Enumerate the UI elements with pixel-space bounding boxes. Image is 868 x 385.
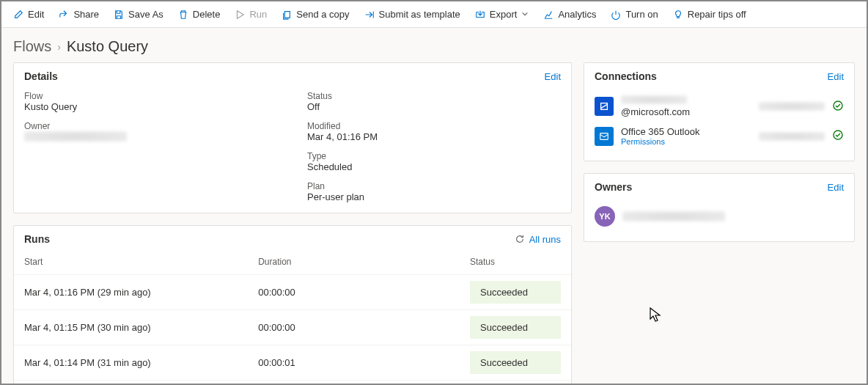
owner-name-redacted (622, 211, 725, 221)
runs-table: StartDurationStatus Mar 4, 01:16 PM (29 … (14, 249, 571, 385)
details-edit-link[interactable]: Edit (545, 71, 561, 82)
run-duration: 00:00:00 (248, 275, 460, 310)
toolbar-turnon-button[interactable]: Turn on (605, 6, 663, 23)
toolbar-repair-button[interactable]: Repair tips off (667, 6, 752, 23)
connection-name: @microsoft.com (621, 95, 751, 117)
chevron-right-icon: › (57, 41, 61, 53)
run-status: Succeeded (470, 351, 561, 374)
submit-icon (364, 10, 375, 20)
table-row[interactable]: Mar 4, 01:16 PM (29 min ago)00:00:00Succ… (14, 275, 571, 310)
toolbar-analytics-label: Analytics (558, 9, 596, 20)
connection-account-redacted (759, 102, 825, 111)
runs-col-duration[interactable]: Duration (248, 249, 460, 275)
flow-value: Kusto Query (24, 101, 278, 112)
share-icon (59, 10, 69, 20)
table-row[interactable]: Mar 4, 01:15 PM (30 min ago)00:00:00Succ… (14, 310, 571, 345)
connection-account-redacted (759, 132, 825, 141)
all-runs-link[interactable]: All runs (515, 234, 561, 245)
run-status: Succeeded (470, 316, 561, 339)
table-row[interactable]: Mar 4, 01:13 PM (32 min ago)00:00:00Fail… (14, 381, 571, 386)
toolbar-edit-button[interactable]: Edit (7, 6, 50, 23)
copy-icon (282, 10, 292, 20)
type-value: Scheduled (307, 161, 561, 172)
run-icon (235, 10, 245, 20)
svg-point-3 (834, 131, 842, 139)
modified-label: Modified (307, 121, 561, 131)
plan-value: Per-user plan (307, 191, 561, 202)
breadcrumb-root[interactable]: Flows (13, 38, 51, 55)
command-bar: EditShareSave AsDeleteRunSend a copySubm… (1, 1, 867, 28)
type-label: Type (307, 151, 561, 161)
run-start: Mar 4, 01:13 PM (32 min ago) (14, 381, 248, 386)
connection-name: Office 365 Outlook (621, 126, 751, 137)
toolbar-delete-label: Delete (193, 9, 221, 20)
run-start: Mar 4, 01:14 PM (31 min ago) (14, 345, 248, 381)
toolbar-run-button: Run (229, 6, 273, 23)
flow-label: Flow (24, 91, 278, 101)
connection-permissions-link[interactable]: Permissions (621, 137, 751, 146)
plan-label: Plan (307, 181, 561, 191)
toolbar-submit-label: Submit as template (379, 9, 460, 20)
delete-icon (178, 10, 188, 20)
refresh-icon (515, 234, 525, 244)
connection-icon (595, 127, 614, 146)
owner-value-redacted (24, 131, 127, 142)
owner-row: YK (595, 202, 844, 231)
export-icon (475, 10, 485, 20)
status-label: Status (307, 91, 561, 101)
details-card: Details Edit Flow Kusto Query Owner (13, 62, 572, 213)
connection-name-redacted (621, 95, 687, 104)
toolbar-export-button[interactable]: Export (469, 6, 535, 23)
toolbar-copy-label: Send a copy (296, 9, 349, 20)
connections-edit-link[interactable]: Edit (828, 71, 844, 82)
runs-card: Runs All runs StartDurationStatus Mar 4,… (13, 225, 572, 385)
run-duration: 00:00:01 (248, 345, 460, 381)
breadcrumb-current: Kusto Query (67, 38, 148, 55)
owners-title: Owners (595, 181, 632, 193)
connection-row[interactable]: @microsoft.com (595, 91, 844, 122)
table-row[interactable]: Mar 4, 01:14 PM (31 min ago)00:00:01Succ… (14, 345, 571, 381)
run-duration: 00:00:00 (248, 310, 460, 345)
toolbar-turnon-label: Turn on (625, 9, 658, 20)
toolbar-share-button[interactable]: Share (53, 6, 105, 23)
connection-icon (595, 97, 614, 116)
toolbar-submit-button[interactable]: Submit as template (358, 6, 466, 23)
runs-col-status[interactable]: Status (460, 249, 571, 275)
chevron-down-icon (521, 9, 529, 20)
run-status: Succeeded (470, 281, 561, 304)
owners-card: Owners Edit YK (584, 173, 855, 242)
modified-value: Mar 4, 01:16 PM (307, 131, 561, 142)
status-value: Off (307, 101, 561, 112)
owner-label: Owner (24, 121, 278, 131)
connections-card: Connections Edit @microsoft.comOffice 36… (584, 62, 855, 161)
toolbar-delete-button[interactable]: Delete (172, 6, 227, 23)
run-duration: 00:00:00 (248, 381, 460, 386)
toolbar-copy-button[interactable]: Send a copy (276, 6, 355, 23)
svg-point-1 (834, 101, 842, 110)
repair-icon (673, 10, 683, 20)
all-runs-label: All runs (529, 234, 561, 245)
runs-col-start[interactable]: Start (14, 249, 248, 275)
edit-icon (13, 10, 23, 20)
saveas-icon (114, 10, 124, 20)
owners-edit-link[interactable]: Edit (828, 182, 844, 193)
turnon-icon (611, 10, 621, 20)
toolbar-saveas-button[interactable]: Save As (108, 6, 169, 23)
run-start: Mar 4, 01:16 PM (29 min ago) (14, 275, 248, 310)
toolbar-export-label: Export (490, 9, 518, 20)
analytics-icon (543, 10, 553, 20)
check-circle-icon (832, 129, 844, 143)
toolbar-analytics-button[interactable]: Analytics (537, 6, 602, 23)
details-title: Details (24, 70, 58, 82)
connections-title: Connections (595, 70, 657, 82)
avatar: YK (595, 206, 615, 227)
runs-title: Runs (24, 233, 50, 245)
breadcrumb: Flows › Kusto Query (1, 28, 867, 62)
run-start: Mar 4, 01:15 PM (30 min ago) (14, 310, 248, 345)
toolbar-share-label: Share (73, 9, 99, 20)
toolbar-repair-label: Repair tips off (688, 9, 746, 20)
toolbar-saveas-label: Save As (128, 9, 163, 20)
svg-rect-2 (600, 133, 608, 139)
connection-row[interactable]: Office 365 OutlookPermissions (595, 122, 844, 150)
check-circle-icon (832, 100, 844, 114)
